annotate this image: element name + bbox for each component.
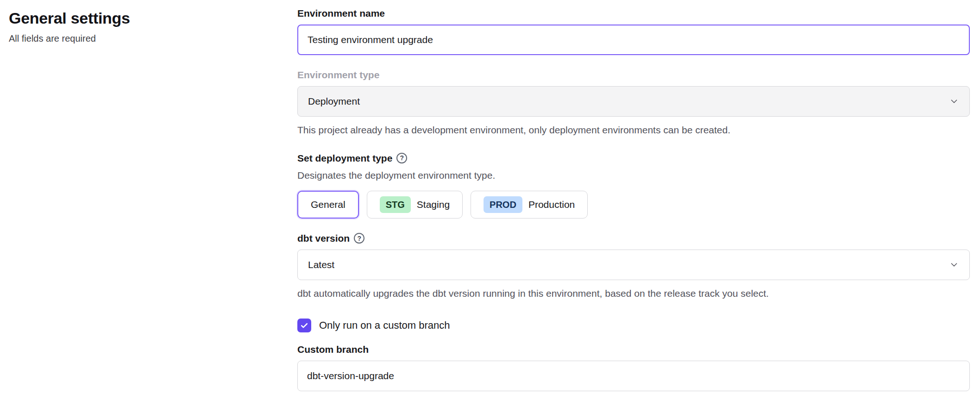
page-title: General settings xyxy=(9,9,130,27)
deployment-type-production-label: Production xyxy=(528,199,575,210)
deployment-type-general-label: General xyxy=(311,199,346,210)
page-subtitle: All fields are required xyxy=(9,33,130,44)
help-icon[interactable]: ? xyxy=(396,153,407,163)
dbt-version-label: dbt version xyxy=(297,232,350,244)
settings-header: General settings All fields are required xyxy=(9,9,130,44)
custom-branch-checkbox[interactable] xyxy=(297,319,311,332)
chevron-down-icon xyxy=(949,260,959,270)
custom-branch-toggle-row[interactable]: Only run on a custom branch xyxy=(297,319,970,332)
help-icon[interactable]: ? xyxy=(354,233,364,244)
deployment-type-production-button[interactable]: PROD Production xyxy=(471,191,588,219)
environment-type-label: Environment type xyxy=(297,69,970,81)
prod-badge: PROD xyxy=(484,196,522,213)
custom-branch-label: Custom branch xyxy=(297,344,970,355)
deployment-type-helper: Designates the deployment environment ty… xyxy=(297,169,970,181)
deployment-type-staging-button[interactable]: STG Staging xyxy=(367,191,463,219)
checkmark-icon xyxy=(300,321,309,330)
deployment-type-label: Set deployment type xyxy=(297,152,392,164)
environment-name-label: Environment name xyxy=(297,7,970,19)
deployment-type-general-button[interactable]: General xyxy=(297,191,359,219)
environment-settings-form: Environment name Environment type Deploy… xyxy=(297,7,970,391)
environment-type-value: Deployment xyxy=(308,96,360,107)
dbt-version-select[interactable]: Latest xyxy=(297,250,970,280)
deployment-type-staging-label: Staging xyxy=(417,199,450,210)
deployment-type-options: General STG Staging PROD Production xyxy=(297,191,970,219)
custom-branch-input[interactable] xyxy=(297,361,970,391)
stg-badge: STG xyxy=(380,196,411,213)
environment-settings-page: General settings All fields are required… xyxy=(0,0,980,400)
dbt-version-value: Latest xyxy=(308,259,334,270)
environment-name-input[interactable] xyxy=(297,25,970,55)
dbt-version-helper: dbt automatically upgrades the dbt versi… xyxy=(297,288,970,300)
custom-branch-toggle-label: Only run on a custom branch xyxy=(319,319,450,331)
environment-type-select: Deployment xyxy=(297,86,970,117)
chevron-down-icon xyxy=(949,96,959,106)
environment-type-helper: This project already has a development e… xyxy=(297,124,970,136)
